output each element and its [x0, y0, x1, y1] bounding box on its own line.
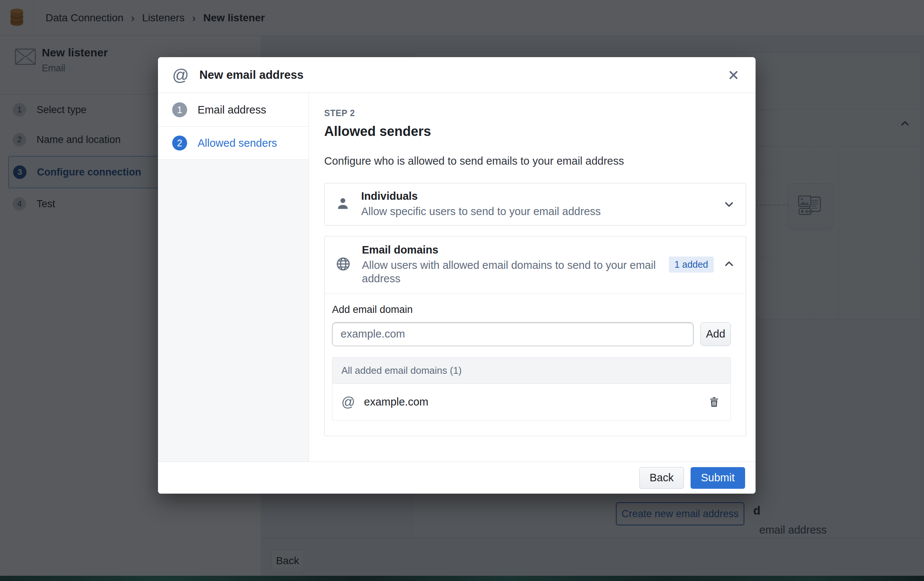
email-domains-title: Email domains: [362, 244, 657, 256]
at-icon: @: [172, 67, 189, 83]
dialog-header: @ New email address: [158, 57, 756, 93]
step-number-badge: 1: [172, 102, 187, 117]
dialog-step-nav: 1 Email address 2 Allowed senders: [158, 93, 309, 462]
dialog-footer: Back Submit: [158, 462, 756, 494]
individuals-title: Individuals: [361, 190, 601, 202]
step-number-badge: 2: [172, 135, 187, 150]
dialog-step-label: Email address: [198, 104, 266, 116]
at-icon: @: [342, 395, 355, 409]
page-title: Allowed senders: [324, 124, 746, 139]
person-icon: [336, 196, 350, 212]
dialog-step-email-address[interactable]: 1 Email address: [158, 93, 309, 127]
add-domain-label: Add email domain: [332, 304, 731, 315]
individuals-subtitle: Allow specific users to send to your ema…: [361, 205, 601, 218]
submit-button[interactable]: Submit: [691, 467, 745, 489]
delete-domain-icon[interactable]: [707, 394, 721, 409]
dialog-title: New email address: [200, 68, 304, 82]
new-email-address-dialog: @ New email address 1 Email address 2 Al…: [158, 57, 756, 494]
domain-name: example.com: [364, 396, 428, 408]
domain-list-item: @ example.com: [332, 384, 731, 421]
added-domains-list-header: All added email domains (1): [332, 358, 731, 384]
chevron-up-icon[interactable]: [723, 258, 735, 271]
page-description: Configure who is allowed to send emails …: [324, 155, 746, 167]
domain-input[interactable]: [332, 322, 693, 346]
chevron-down-icon[interactable]: [723, 199, 735, 210]
email-domains-accordion: Email domains Allow users with allowed e…: [324, 236, 746, 436]
screen: Data Connection › Listeners › New listen…: [0, 0, 924, 581]
globe-icon: [336, 256, 351, 273]
step-indicator: STEP 2: [324, 108, 746, 118]
dialog-body: STEP 2 Allowed senders Configure who is …: [309, 93, 756, 462]
email-domains-header[interactable]: Email domains Allow users with allowed e…: [325, 236, 746, 294]
email-domains-body: Add email domain Add All added email dom…: [325, 294, 746, 436]
email-domains-subtitle: Allow users with allowed email domains t…: [362, 258, 657, 286]
added-count-badge: 1 added: [669, 256, 714, 272]
added-domains-list: All added email domains (1) @ example.co…: [332, 357, 731, 421]
dialog-step-label: Allowed senders: [198, 137, 277, 149]
close-icon[interactable]: [726, 67, 741, 83]
add-domain-button[interactable]: Add: [700, 322, 731, 346]
back-button[interactable]: Back: [639, 467, 683, 489]
dialog-step-allowed-senders[interactable]: 2 Allowed senders: [158, 127, 309, 160]
individuals-accordion[interactable]: Individuals Allow specific users to send…: [324, 183, 746, 226]
